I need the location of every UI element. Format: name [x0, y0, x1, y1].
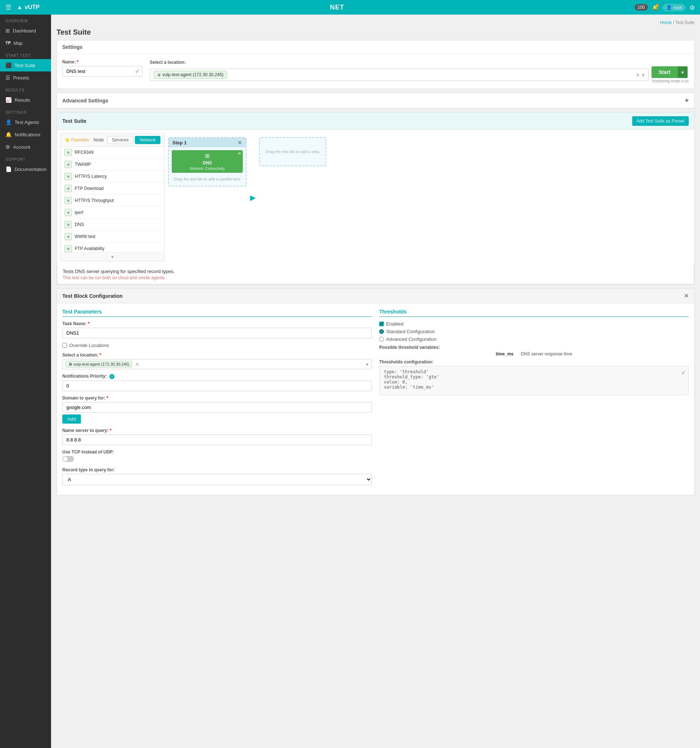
name-server-input[interactable] [62, 435, 372, 445]
thresholds-code-block[interactable]: type: 'threshold' threshold_type: 'gte' … [379, 366, 689, 395]
settings-panel: Settings Name: * ✓ Select a location: [56, 40, 694, 89]
list-item[interactable]: ⊞ TWAMP [61, 158, 164, 170]
sidebar-item-account[interactable]: ⚙ Account [0, 141, 51, 153]
list-item[interactable]: ⊞ FTP Download [61, 182, 164, 195]
description-note: This test can be run both on cloud and o… [63, 275, 688, 280]
add-preset-button[interactable]: Add Test Suite as Preset [632, 116, 689, 126]
user-icon: 👤 [666, 5, 672, 10]
input-checkmark-icon: ✓ [135, 68, 140, 75]
standard-config-radio[interactable] [379, 329, 384, 334]
list-item[interactable]: ⊞ DNS [61, 219, 164, 231]
logo-icon: ▲ [17, 4, 23, 11]
test-suite-panel: Test Suite Add Test Suite as Preset ⭐ Fa… [56, 112, 694, 285]
step-1-close-button[interactable]: ✕ [238, 140, 242, 146]
start-button[interactable]: Start [651, 66, 678, 78]
center-logo: NET [330, 4, 344, 11]
override-locations-checkbox[interactable] [62, 343, 67, 348]
location-field[interactable]: 🖥 vutp-test-agent (172.30.30.245) ✕ ▾ [150, 68, 648, 81]
sidebar-item-documentation[interactable]: 📄 Documentation [0, 163, 51, 175]
step-1-label: Step 1 [172, 140, 187, 146]
location-dropdown-icon[interactable]: ▾ [642, 72, 645, 78]
add-domain-button[interactable]: Add [62, 415, 81, 424]
list-item[interactable]: ⊞ RFC6349 [61, 146, 164, 158]
step-1-body: ✕ ⊞ DNS Network: Connectivity Drag the t… [169, 147, 246, 186]
standard-config-label: Standard Configuration [386, 329, 435, 334]
list-item[interactable]: ⊞ HTTP/S Throughput [61, 195, 164, 207]
location-input-wrap[interactable]: 🖥 vutp-test-agent (172.30.30.245) ✕ ▾ [62, 359, 372, 369]
favorites-tab[interactable]: ⭐ Favorites [64, 137, 89, 143]
sidebar-item-results[interactable]: 📈 Results [0, 94, 51, 106]
list-item[interactable]: ⊞ HTTP/S Latency [61, 170, 164, 182]
empty-step-text: Drag the test tile to add a step. [265, 149, 320, 154]
description-panel: Tests DNS server querying for specified … [57, 265, 694, 284]
test-parameters-title: Test Parameters [62, 309, 372, 317]
name-server-label: Name server to query: * [62, 428, 372, 433]
service-icon: ⊞ [64, 197, 72, 204]
use-tcp-toggle[interactable] [62, 456, 74, 462]
service-tabs: ⭐ Favorites Node Services Network [61, 134, 164, 146]
notification-bell[interactable]: 🔔 [652, 5, 658, 10]
breadcrumb-current: Test Suite [675, 20, 694, 25]
app-logo: ▲ vUTP [17, 4, 40, 11]
breadcrumb: Home / Test Suite [56, 20, 694, 25]
service-label: WWW test [75, 234, 96, 239]
location-label: Select a location: [150, 60, 186, 65]
scroll-indicator: ▾ [61, 252, 164, 261]
sidebar-item-presets[interactable]: ☰ Presets [0, 71, 51, 84]
advanced-settings-header[interactable]: Advanced Settings + [57, 93, 694, 108]
notif-priority-input[interactable] [62, 380, 372, 391]
notifications-icon: 🔔 [6, 132, 12, 137]
step-arrow-icon: ▶ [250, 193, 256, 202]
sidebar-label-dashboard: Dashboard [13, 28, 36, 33]
sidebar-item-test-suite[interactable]: ⬛ Test Suite [0, 59, 51, 71]
service-label: HTTP/S Throughput [75, 198, 114, 203]
tbc-close-button[interactable]: ✕ [684, 292, 689, 299]
list-item[interactable]: ⊞ WWW test [61, 231, 164, 243]
section-label-start-test: START TEST [0, 49, 51, 59]
user-menu[interactable]: 👤 root [662, 4, 685, 11]
service-label: FTP Availability [75, 246, 105, 251]
service-icon: ⊞ [64, 221, 72, 228]
breadcrumb-home[interactable]: Home [660, 20, 671, 25]
sidebar-item-dashboard[interactable]: ⊞ Dashboard [0, 24, 51, 37]
hamburger-menu[interactable]: ☰ [6, 3, 11, 11]
sidebar-item-notifications[interactable]: 🔔 Notifications [0, 128, 51, 141]
advanced-config-radio[interactable] [379, 337, 384, 342]
sidebar: OVERVIEW ⊞ Dashboard 🗺 Map START TEST ⬛ … [0, 15, 51, 748]
name-server-row: Name server to query: * [62, 428, 372, 445]
section-label-support: SUPPORT [0, 153, 51, 163]
name-label: Name: * [62, 59, 143, 64]
standard-config-row: Standard Configuration [379, 329, 689, 334]
advanced-settings-toggle-icon[interactable]: + [685, 97, 689, 104]
start-dropdown-button[interactable]: ▾ [678, 66, 688, 78]
tbc-header: Test Block Configuration ✕ [57, 289, 694, 303]
tbc-location-clear[interactable]: ✕ [135, 362, 139, 367]
tbc-location-dropdown-icon[interactable]: ▾ [366, 362, 368, 367]
enabled-checkbox[interactable] [379, 321, 384, 326]
node-tab[interactable]: Node [93, 137, 104, 143]
sidebar-section-results: RESULTS 📈 Results [0, 84, 51, 106]
enabled-label: Enabled [386, 321, 403, 327]
code-checkmark-icon: ✓ [682, 368, 685, 376]
dns-tile-close-button[interactable]: ✕ [238, 151, 241, 156]
start-button-group: Start ▾ *monitoring mode is on [651, 66, 689, 83]
sidebar-item-test-agents[interactable]: 👤 Test Agents [0, 116, 51, 128]
list-item[interactable]: ⊞ iperf [61, 207, 164, 219]
domain-input[interactable] [62, 402, 372, 413]
services-tab-button[interactable]: Services [107, 136, 134, 144]
record-type-select[interactable]: A AAAA MX CNAME TXT NS [62, 474, 372, 485]
threshold-var-desc: DNS server response time [520, 351, 572, 356]
list-item[interactable]: ⊞ FTP Availability [61, 243, 164, 252]
section-label-overview: OVERVIEW [0, 15, 51, 24]
sidebar-section-start-test: START TEST ⬛ Test Suite ☰ Presets [0, 49, 51, 84]
task-name-input[interactable] [62, 328, 372, 338]
sidebar-item-map[interactable]: 🗺 Map [0, 37, 51, 49]
name-input[interactable] [62, 66, 143, 76]
tbc-title: Test Block Configuration [62, 293, 123, 299]
test-suite-body: ⭐ Favorites Node Services Network ⊞ RFC6… [57, 130, 694, 265]
power-button[interactable]: ⏻ [690, 5, 694, 10]
network-tab-button[interactable]: Network [135, 136, 160, 144]
dns-tile[interactable]: ✕ ⊞ DNS Network: Connectivity [172, 150, 243, 173]
sidebar-label-test-agents: Test Agents [15, 120, 39, 125]
location-clear-icon[interactable]: ✕ [636, 72, 640, 78]
